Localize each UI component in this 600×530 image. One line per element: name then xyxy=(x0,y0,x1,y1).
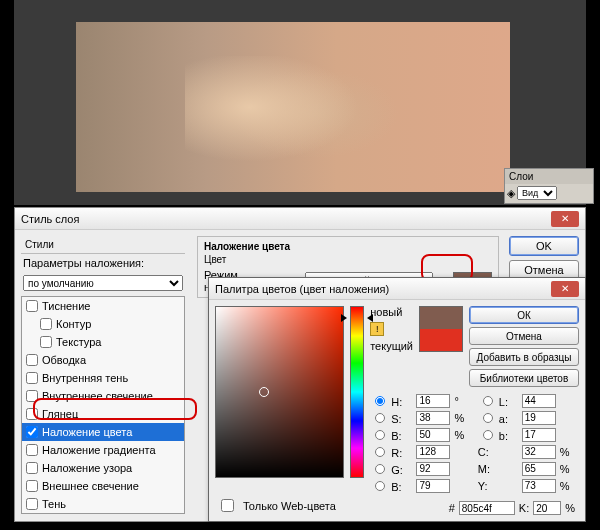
effect-item[interactable]: Контур xyxy=(22,315,184,333)
preset-label: Параметры наложения: xyxy=(23,257,144,269)
h-input[interactable] xyxy=(416,394,450,408)
new-label: новый xyxy=(370,306,413,318)
bv-input[interactable] xyxy=(416,428,450,442)
b-radio[interactable] xyxy=(375,430,385,440)
new-color-swatch[interactable] xyxy=(420,307,462,329)
add-swatch-button[interactable]: Добавить в образцы xyxy=(469,348,579,366)
color-picker-dialog: Палитра цветов (цвет наложения) ✕ новый … xyxy=(208,277,586,522)
l-radio[interactable] xyxy=(483,396,493,406)
effect-item[interactable]: Внутренняя тень xyxy=(22,369,184,387)
color-sublabel: Цвет xyxy=(204,254,492,265)
effect-checkbox[interactable] xyxy=(40,318,52,330)
canvas-area xyxy=(14,0,586,205)
effect-checkbox[interactable] xyxy=(26,390,38,402)
r-input[interactable] xyxy=(416,445,450,459)
effect-item[interactable]: Наложение градиента xyxy=(22,441,184,459)
effect-checkbox[interactable] xyxy=(26,300,38,312)
s-input[interactable] xyxy=(416,411,450,425)
styles-sidebar: Стили Параметры наложения: по умолчанию … xyxy=(15,230,191,521)
close-icon[interactable]: ✕ xyxy=(551,211,579,227)
effect-label: Наложение цвета xyxy=(42,426,132,438)
b2-radio[interactable] xyxy=(483,430,493,440)
h-radio[interactable] xyxy=(375,396,385,406)
web-only-checkbox[interactable] xyxy=(221,499,234,512)
effect-label: Глянец xyxy=(42,408,78,420)
effect-label: Контур xyxy=(56,318,91,330)
bb-radio[interactable] xyxy=(375,481,385,491)
effect-label: Внутренняя тень xyxy=(42,372,128,384)
titlebar[interactable]: Стиль слоя ✕ xyxy=(15,208,585,230)
picker-titlebar[interactable]: Палитра цветов (цвет наложения) ✕ xyxy=(209,278,585,300)
effect-checkbox[interactable] xyxy=(26,426,38,438)
effect-checkbox[interactable] xyxy=(26,354,38,366)
color-cursor[interactable] xyxy=(259,387,269,397)
new-current-swatches xyxy=(419,306,463,352)
overlay-title: Наложение цвета xyxy=(204,241,492,252)
effect-checkbox[interactable] xyxy=(26,444,38,456)
m-input[interactable] xyxy=(522,462,556,476)
effect-item[interactable]: Внутреннее свечение xyxy=(22,387,184,405)
b2-input[interactable] xyxy=(522,428,556,442)
effect-label: Тиснение xyxy=(42,300,90,312)
effect-item[interactable]: Текстура xyxy=(22,333,184,351)
effect-item[interactable]: Тиснение xyxy=(22,297,184,315)
effect-label: Обводка xyxy=(42,354,86,366)
g-radio[interactable] xyxy=(375,464,385,474)
picker-title: Палитра цветов (цвет наложения) xyxy=(215,283,551,295)
s-radio[interactable] xyxy=(375,413,385,423)
effect-label: Тень xyxy=(42,498,66,510)
current-label: текущий xyxy=(370,340,413,352)
web-only-label: Только Web-цвета xyxy=(243,500,336,512)
l-input[interactable] xyxy=(522,394,556,408)
effect-item[interactable]: Наложение цвета xyxy=(22,423,184,441)
preset-select[interactable]: по умолчанию xyxy=(23,275,183,291)
color-libraries-button[interactable]: Библиотеки цветов xyxy=(469,369,579,387)
layers-panel[interactable]: Слои ◈ Вид xyxy=(504,168,594,204)
current-color-swatch[interactable] xyxy=(420,329,462,351)
styles-header: Стили xyxy=(21,236,185,254)
picker-cancel-button[interactable]: Отмена xyxy=(469,327,579,345)
effect-item[interactable]: Наложение узора xyxy=(22,459,184,477)
gamut-warning-icon[interactable]: ! xyxy=(370,322,384,336)
r-radio[interactable] xyxy=(375,447,385,457)
effect-label: Наложение градиента xyxy=(42,444,156,456)
effect-checkbox[interactable] xyxy=(26,498,38,510)
effects-list: ТиснениеКонтурТекстураОбводкаВнутренняя … xyxy=(21,296,185,514)
y-input[interactable] xyxy=(522,479,556,493)
effect-item[interactable]: Тень xyxy=(22,495,184,513)
effect-checkbox[interactable] xyxy=(40,336,52,348)
eye-icon[interactable]: ◈ xyxy=(507,187,515,200)
effect-item[interactable]: Внешнее свечение xyxy=(22,477,184,495)
hue-pointer[interactable] xyxy=(347,314,367,322)
effect-checkbox[interactable] xyxy=(26,372,38,384)
picker-close-icon[interactable]: ✕ xyxy=(551,281,579,297)
hex-label: # xyxy=(449,502,455,514)
ok-button[interactable]: OK xyxy=(509,236,579,256)
document-photo[interactable] xyxy=(76,22,510,192)
layers-tab[interactable]: Слои xyxy=(505,169,593,184)
a-input[interactable] xyxy=(522,411,556,425)
effect-checkbox[interactable] xyxy=(26,408,38,420)
layers-mode-select[interactable]: Вид xyxy=(517,186,557,200)
color-values-grid: H:° L: S:% a: B:% b: R: C:% G: M:% B: Y:… xyxy=(370,393,579,493)
hex-input[interactable] xyxy=(459,501,515,515)
c-input[interactable] xyxy=(522,445,556,459)
picker-ok-button[interactable]: ОК xyxy=(469,306,579,324)
a-radio[interactable] xyxy=(483,413,493,423)
dialog-title: Стиль слоя xyxy=(21,213,551,225)
effect-item[interactable]: Глянец xyxy=(22,405,184,423)
effect-label: Внешнее свечение xyxy=(42,480,139,492)
dialog-buttons: OK Отмена xyxy=(509,236,579,280)
effect-label: Наложение узора xyxy=(42,462,132,474)
k-input[interactable] xyxy=(533,501,561,515)
bb-input[interactable] xyxy=(416,479,450,493)
hue-slider[interactable] xyxy=(350,306,364,478)
effect-label: Внутреннее свечение xyxy=(42,390,153,402)
color-field[interactable] xyxy=(215,306,344,478)
g-input[interactable] xyxy=(416,462,450,476)
effect-label: Текстура xyxy=(56,336,101,348)
effect-checkbox[interactable] xyxy=(26,462,38,474)
effect-item[interactable]: Обводка xyxy=(22,351,184,369)
effect-checkbox[interactable] xyxy=(26,480,38,492)
